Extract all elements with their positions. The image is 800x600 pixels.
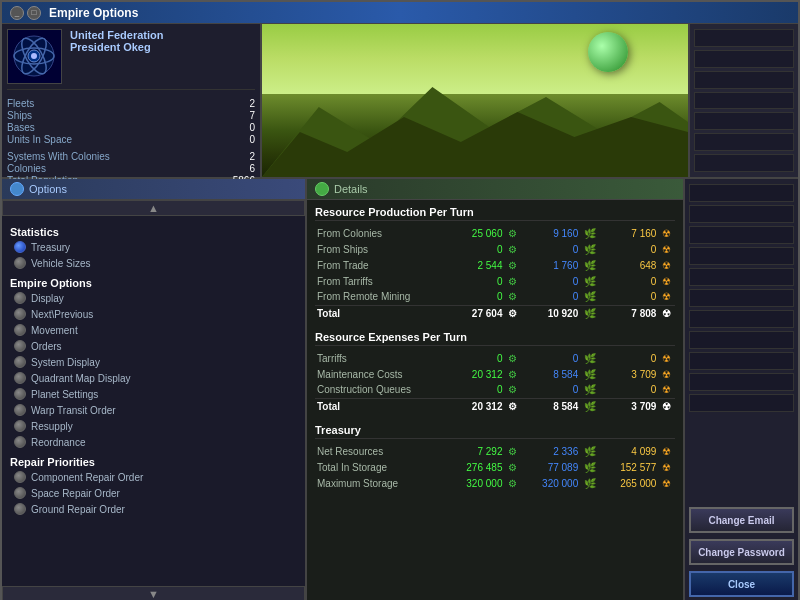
window-title: Empire Options	[49, 6, 138, 20]
right-slot-7	[694, 154, 794, 172]
top-section: United Federation President Okeg Fleets …	[2, 24, 798, 179]
treasury-bullet	[14, 241, 26, 253]
action-slot-1	[689, 184, 794, 202]
table-row: From Ships 0 ⚙ 0 🌿 0 ☢	[315, 241, 675, 257]
action-slot-6	[689, 289, 794, 307]
scene-mountains	[262, 77, 688, 177]
stat-fleets-label: Fleets	[7, 98, 223, 109]
movement-bullet	[14, 324, 26, 336]
nav-item-movement[interactable]: Movement	[2, 322, 305, 338]
title-bar-icons: _ □	[10, 6, 41, 20]
change-password-button[interactable]: Change Password	[689, 539, 794, 565]
nav-header-icon	[10, 182, 24, 196]
nav-section-repair: Repair Priorities	[2, 453, 305, 469]
treasury-table: Net Resources 7 292 ⚙ 2 336 🌿 4 099 ☢ To…	[315, 443, 675, 491]
production-total-row: Total 27 604 ⚙ 10 920 🌿 7 808 ☢	[315, 305, 675, 321]
table-row: From Remote Mining 0 ⚙ 0 🌿 0 ☢	[315, 289, 675, 305]
empire-leader: President Okeg	[70, 41, 164, 53]
table-row: Construction Queues 0 ⚙ 0 🌿 0 ☢	[315, 382, 675, 398]
close-button[interactable]: Close	[689, 571, 794, 597]
empire-header: United Federation President Okeg	[7, 29, 255, 90]
nav-item-vehicle-sizes[interactable]: Vehicle Sizes	[2, 255, 305, 271]
scene-planet	[588, 32, 628, 72]
nav-header: Options	[2, 179, 305, 200]
empire-info-panel: United Federation President Okeg Fleets …	[2, 24, 262, 177]
stat-bases-label: Bases	[7, 122, 223, 133]
nav-item-reordnance[interactable]: Reordnance	[2, 434, 305, 450]
maximize-icon[interactable]: □	[27, 6, 41, 20]
production-section: Resource Production Per Turn From Coloni…	[315, 206, 675, 321]
expenses-table: Tarriffs 0 ⚙ 0 🌿 0 ☢ Maintenance Costs 2…	[315, 350, 675, 414]
right-slot-4	[694, 92, 794, 110]
empire-logo	[7, 29, 62, 84]
right-panel-top	[688, 24, 798, 177]
nav-item-space-repair-label: Space Repair Order	[31, 488, 120, 499]
next-prev-bullet	[14, 308, 26, 320]
stat-colonies-label: Colonies	[7, 163, 223, 174]
nav-item-planet-settings[interactable]: Planet Settings	[2, 386, 305, 402]
nav-item-quadrant-map[interactable]: Quadrant Map Display	[2, 370, 305, 386]
nav-header-text: Options	[29, 183, 67, 195]
nav-scroll-area: Statistics Treasury Vehicle Sizes Empire…	[2, 216, 305, 586]
table-row: Maintenance Costs 20 312 ⚙ 8 584 🌿 3 709…	[315, 366, 675, 382]
space-repair-bullet	[14, 487, 26, 499]
right-slot-3	[694, 71, 794, 89]
stat-ships-label: Ships	[7, 110, 223, 121]
action-slot-3	[689, 226, 794, 244]
nav-item-component-repair[interactable]: Component Repair Order	[2, 469, 305, 485]
title-bar: _ □ Empire Options	[2, 2, 798, 24]
nav-item-resupply-label: Resupply	[31, 421, 73, 432]
nav-item-warp-transit-label: Warp Transit Order	[31, 405, 116, 416]
nav-item-next-prev-label: Next\Previous	[31, 309, 93, 320]
content-header-text: Details	[334, 183, 368, 195]
content-header-icon	[315, 182, 329, 196]
nav-item-system-display[interactable]: System Display	[2, 354, 305, 370]
system-display-bullet	[14, 356, 26, 368]
resupply-bullet	[14, 420, 26, 432]
action-slot-4	[689, 247, 794, 265]
nav-item-component-repair-label: Component Repair Order	[31, 472, 143, 483]
nav-section-empire-options: Empire Options	[2, 274, 305, 290]
table-row: Total In Storage 276 485 ⚙ 77 089 🌿 152 …	[315, 459, 675, 475]
stat-systems-value: 2	[233, 151, 255, 162]
nav-scroll-down[interactable]: ▼	[2, 586, 305, 600]
minimize-icon[interactable]: _	[10, 6, 24, 20]
action-slot-2	[689, 205, 794, 223]
table-row: From Trade 2 544 ⚙ 1 760 🌿 648 ☢	[315, 257, 675, 273]
nav-item-next-prev[interactable]: Next\Previous	[2, 306, 305, 322]
svg-point-5	[31, 53, 37, 59]
production-table: From Colonies 25 060 ⚙ 9 160 🌿 7 160 ☢ F…	[315, 225, 675, 321]
action-slot-8	[689, 331, 794, 349]
bottom-section: Options ▲ Statistics Treasury Vehicle Si…	[2, 179, 798, 600]
component-repair-bullet	[14, 471, 26, 483]
content-scroll-area: Resource Production Per Turn From Coloni…	[307, 200, 683, 600]
action-slot-7	[689, 310, 794, 328]
stat-systems-label: Systems With Colonies	[7, 151, 223, 162]
expenses-title: Resource Expenses Per Turn	[315, 331, 675, 346]
nav-item-ground-repair[interactable]: Ground Repair Order	[2, 501, 305, 517]
nav-item-orders[interactable]: Orders	[2, 338, 305, 354]
action-slot-5	[689, 268, 794, 286]
nav-scroll-up[interactable]: ▲	[2, 200, 305, 216]
action-slot-9	[689, 352, 794, 370]
expenses-total-row: Total 20 312 ⚙ 8 584 🌿 3 709 ☢	[315, 398, 675, 414]
right-slot-5	[694, 112, 794, 130]
nav-item-resupply[interactable]: Resupply	[2, 418, 305, 434]
nav-item-treasury[interactable]: Treasury	[2, 239, 305, 255]
nav-item-display[interactable]: Display	[2, 290, 305, 306]
nav-item-warp-transit[interactable]: Warp Transit Order	[2, 402, 305, 418]
production-title: Resource Production Per Turn	[315, 206, 675, 221]
nav-item-quadrant-map-label: Quadrant Map Display	[31, 373, 131, 384]
action-spacer	[689, 415, 794, 504]
action-panel: Change Email Change Password Close	[683, 179, 798, 600]
table-row: From Tarriffs 0 ⚙ 0 🌿 0 ☢	[315, 273, 675, 289]
action-slot-10	[689, 373, 794, 391]
right-slot-2	[694, 50, 794, 68]
right-slot-1	[694, 29, 794, 47]
display-bullet	[14, 292, 26, 304]
change-email-button[interactable]: Change Email	[689, 507, 794, 533]
right-slot-6	[694, 133, 794, 151]
nav-item-space-repair[interactable]: Space Repair Order	[2, 485, 305, 501]
expenses-section: Resource Expenses Per Turn Tarriffs 0 ⚙ …	[315, 331, 675, 414]
treasury-title: Treasury	[315, 424, 675, 439]
